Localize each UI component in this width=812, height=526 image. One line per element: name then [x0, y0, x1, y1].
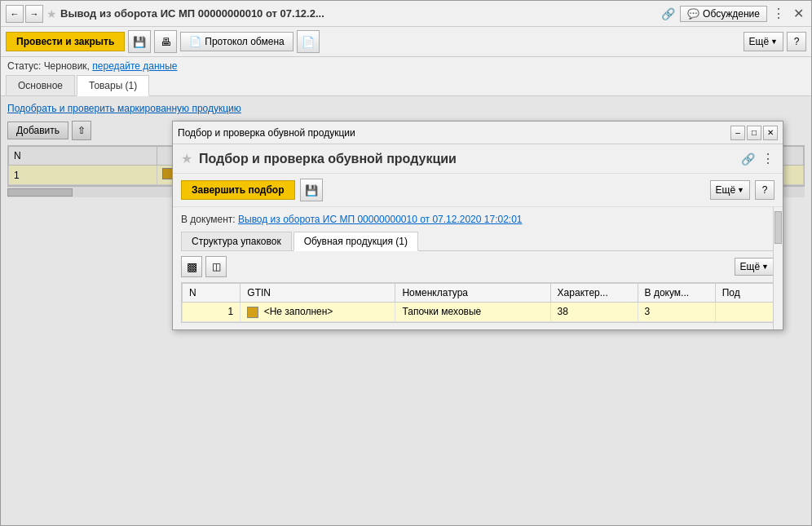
- main-window: ← → ★ Вывод из оборота ИС МП 00000000010…: [0, 0, 812, 526]
- modal-scroll-thumb[interactable]: [774, 211, 782, 244]
- modal-toolbar: Завершить подбор 💾 Ещё ▼ ?: [173, 174, 783, 207]
- tab-goods[interactable]: Товары (1): [77, 75, 149, 96]
- finish-selection-button[interactable]: Завершить подбор: [181, 180, 295, 200]
- modal-header: ★ Подбор и проверка обувной продукции 🔗 …: [173, 144, 783, 174]
- help-button[interactable]: ?: [787, 32, 806, 51]
- status-value: Черновик,: [44, 60, 90, 72]
- back-button[interactable]: ←: [6, 5, 24, 23]
- modal-cell-gtin: <Не заполнен>: [241, 303, 395, 322]
- modal-title-large: Подбор и проверка обувной продукции: [199, 152, 735, 166]
- favorite-button[interactable]: ★: [46, 7, 57, 20]
- extra-button[interactable]: 📄: [297, 30, 320, 53]
- close-button[interactable]: ✕: [790, 6, 806, 22]
- modal-tabs: Структура упаковок Обувная продукция (1): [181, 232, 774, 251]
- modal-table-row[interactable]: 1 <Не заполнен> Тапочки меховые 38 3: [183, 303, 774, 322]
- modal-content: В документ: Вывод из оборота ИС МП 00000…: [173, 207, 783, 329]
- gtin-value: <Не заполнен>: [264, 306, 333, 317]
- modal-close-button[interactable]: ✕: [763, 126, 778, 140]
- discuss-button[interactable]: 💬 Обсуждение: [680, 6, 767, 22]
- submit-close-button[interactable]: Провести и закрыть: [6, 32, 125, 51]
- modal-tab-shoe[interactable]: Обувная продукция (1): [293, 232, 418, 251]
- modal-save-button[interactable]: 💾: [300, 179, 323, 201]
- modal-cell-vdoc: 3: [638, 303, 715, 322]
- modal-doc-prefix: В документ:: [181, 214, 236, 225]
- modal-title-bar: Подбор и проверка обувной продукции – □ …: [173, 122, 783, 144]
- status-label: Статус:: [7, 60, 41, 72]
- save-button[interactable]: 💾: [128, 30, 151, 53]
- modal-table-wrapper: N GTIN Номенклатура Характер... В докум.…: [181, 282, 774, 323]
- gtin-barcode-icon: [247, 307, 258, 318]
- modal-dialog: Подбор и проверка обувной продукции – □ …: [172, 121, 783, 330]
- modal-doc-link[interactable]: Вывод из оборота ИС МП 00000000010 от 07…: [238, 214, 523, 225]
- modal-help-button[interactable]: ?: [755, 180, 774, 200]
- main-tabs: Основное Товары (1): [1, 75, 811, 96]
- modal-more-dots[interactable]: ⋮: [761, 151, 774, 166]
- modal-maximize-button[interactable]: □: [747, 126, 761, 140]
- more-dots-button[interactable]: ⋮: [772, 6, 785, 21]
- modal-col-pod-header: Под: [715, 284, 773, 303]
- modal-vertical-scrollbar[interactable]: [773, 207, 783, 329]
- exchange-icon: 📄: [189, 36, 201, 47]
- status-bar: Статус: Черновик, передайте данные: [1, 57, 811, 75]
- modal-link-icon[interactable]: 🔗: [741, 152, 755, 166]
- modal-chevron-down-icon: ▼: [737, 186, 744, 194]
- modal-cell-n: 1: [183, 303, 241, 322]
- more-button[interactable]: Ещё ▼: [744, 32, 783, 51]
- forward-button[interactable]: →: [25, 5, 43, 23]
- modal-tab-structure[interactable]: Структура упаковок: [181, 232, 292, 250]
- window-title: Вывод из оборота ИС МП 00000000010 от 07…: [60, 7, 658, 20]
- modal-barcode-icon: ▩: [187, 260, 197, 273]
- modal-inner-more-button[interactable]: Ещё ▼: [735, 258, 774, 276]
- modal-cell-nom: Тапочки меховые: [395, 303, 550, 322]
- nav-buttons: ← →: [6, 5, 43, 23]
- modal-minimize-button[interactable]: –: [730, 126, 745, 140]
- chevron-down-icon: ▼: [770, 38, 778, 46]
- modal-col-vdoc-header: В докум...: [638, 284, 715, 303]
- main-toolbar: Провести и закрыть 💾 🖶 📄 Протокол обмена…: [1, 27, 811, 57]
- modal-doc-line: В документ: Вывод из оборота ИС МП 00000…: [181, 214, 774, 225]
- modal-col-nom-header: Номенклатура: [395, 284, 550, 303]
- status-link[interactable]: передайте данные: [92, 60, 177, 72]
- modal-inner-toolbar: ▩ ◫ Ещё ▼: [181, 256, 774, 277]
- modal-col-char-header: Характер...: [550, 284, 638, 303]
- modal-barcode-button[interactable]: ▩: [181, 256, 202, 277]
- title-bar: ← → ★ Вывод из оборота ИС МП 00000000010…: [1, 1, 811, 27]
- tab-basic[interactable]: Основное: [6, 75, 75, 95]
- modal-more-button[interactable]: Ещё ▼: [710, 180, 750, 200]
- modal-grid-button[interactable]: ◫: [205, 256, 227, 277]
- modal-cell-char: 38: [550, 303, 638, 322]
- modal-favorite-icon[interactable]: ★: [181, 151, 192, 166]
- title-actions: 🔗 💬 Обсуждение ⋮ ✕: [661, 6, 806, 22]
- discuss-icon: 💬: [687, 8, 699, 20]
- link-icon[interactable]: 🔗: [661, 7, 675, 20]
- modal-grid-icon: ◫: [212, 261, 221, 272]
- modal-col-n-header: N: [183, 284, 241, 303]
- content-area: Подобрать и проверить маркированную прод…: [1, 96, 811, 525]
- modal-table: N GTIN Номенклатура Характер... В докум.…: [182, 283, 774, 322]
- modal-title-bar-text: Подбор и проверка обувной продукции: [178, 127, 729, 139]
- modal-col-gtin-header: GTIN: [241, 284, 395, 303]
- exchange-protocol-button[interactable]: 📄 Протокол обмена: [180, 32, 293, 51]
- modal-cell-pod: [715, 303, 773, 322]
- modal-inner-chevron-icon: ▼: [761, 263, 769, 271]
- print-button[interactable]: 🖶: [154, 30, 177, 53]
